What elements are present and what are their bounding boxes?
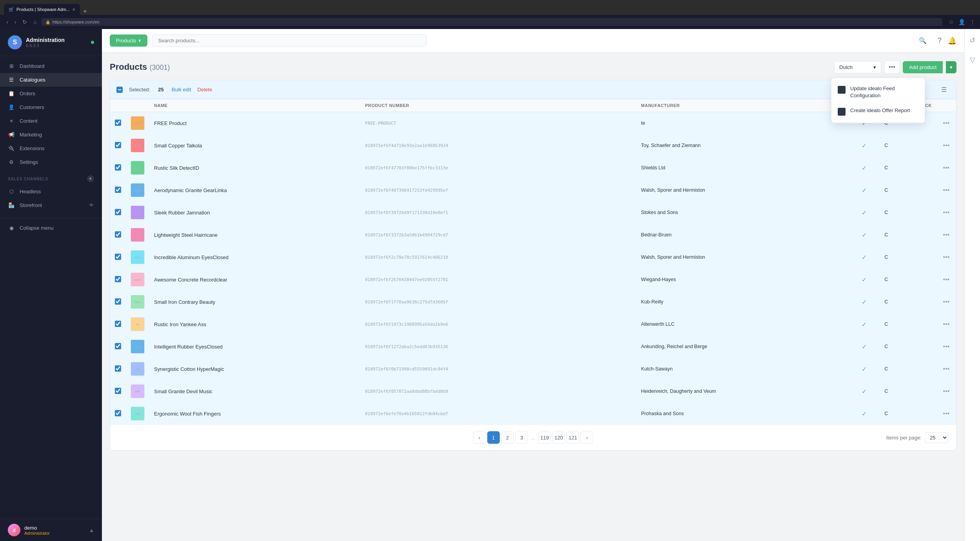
row-checkbox[interactable] bbox=[115, 388, 121, 394]
row-checkbox[interactable] bbox=[115, 142, 121, 148]
next-page-button[interactable]: › bbox=[581, 431, 593, 444]
sidebar-item-catalogues[interactable]: ☰ Catalogues bbox=[0, 73, 102, 87]
row-checkbox[interactable] bbox=[115, 187, 121, 193]
delete-button[interactable]: Delete bbox=[198, 87, 212, 93]
add-product-button[interactable]: Add product bbox=[903, 61, 943, 73]
row-checkbox[interactable] bbox=[115, 164, 121, 171]
sidebar-item-marketing[interactable]: 📢 Marketing bbox=[0, 128, 102, 142]
notifications-icon[interactable]: 🔔 bbox=[948, 36, 956, 45]
products-dropdown-button[interactable]: Products ▾ bbox=[110, 34, 147, 47]
language-selector[interactable]: Dutch ▾ bbox=[834, 61, 881, 73]
row-thumbnail-cell: rati bbox=[126, 358, 149, 380]
dropdown-item-update-idealo[interactable]: Update idealo Feed Configuration bbox=[831, 81, 925, 103]
back-button[interactable]: ‹ bbox=[5, 17, 10, 27]
page-119-button[interactable]: 119 bbox=[538, 431, 551, 444]
add-product-arrow-button[interactable]: ▾ bbox=[946, 61, 956, 73]
collapse-menu-button[interactable]: ◉ Collapse menu bbox=[0, 218, 102, 235]
th-manufacturer[interactable]: Manufacturer bbox=[636, 99, 848, 112]
row-checkbox[interactable] bbox=[115, 365, 121, 372]
column-settings-icon[interactable]: ☰ bbox=[938, 84, 950, 95]
sidebar-item-customers[interactable]: 👤 Customers bbox=[0, 100, 102, 114]
page-121-button[interactable]: 121 bbox=[566, 431, 579, 444]
row-actions-cell: ••• bbox=[936, 336, 956, 358]
row-more-actions[interactable]: ••• bbox=[943, 388, 950, 394]
row-checkbox[interactable] bbox=[115, 276, 121, 282]
row-more-actions[interactable]: ••• bbox=[943, 120, 950, 126]
sidebar-item-headless[interactable]: ⬡ Headless bbox=[0, 185, 102, 198]
row-checkbox[interactable] bbox=[115, 254, 121, 260]
search-icon[interactable]: 🔍 bbox=[919, 37, 927, 44]
active-checkmark: ✓ bbox=[862, 388, 867, 395]
search-input[interactable] bbox=[152, 34, 426, 47]
row-more-actions[interactable]: ••• bbox=[943, 142, 950, 149]
row-more-actions[interactable]: ••• bbox=[943, 209, 950, 216]
row-more-actions[interactable]: ••• bbox=[943, 343, 950, 350]
storefront-visibility-icon[interactable]: 👁 bbox=[89, 202, 94, 208]
row-more-actions[interactable]: ••• bbox=[943, 276, 950, 283]
more-options-button[interactable]: ••• bbox=[884, 60, 900, 74]
product-name: FREE Product bbox=[154, 120, 187, 126]
tab-close-icon[interactable]: ✕ bbox=[72, 7, 75, 12]
page-1-button[interactable]: 1 bbox=[487, 431, 500, 444]
row-checkbox[interactable] bbox=[115, 209, 121, 215]
row-thumbnail-cell: shop bbox=[126, 336, 149, 358]
bulk-edit-button[interactable]: Bulk edit bbox=[172, 87, 191, 93]
lock-icon: 🔒 bbox=[45, 20, 50, 24]
row-name-cell: Sleek Rubber Jamnation bbox=[149, 202, 360, 224]
user-profile[interactable]: d demo Administrator ▲ bbox=[0, 519, 102, 541]
dropdown-item-create-idealo[interactable]: Create idealo Offer Report bbox=[831, 103, 925, 120]
per-page-select[interactable]: 25 50 100 bbox=[925, 432, 948, 443]
row-stock-cell bbox=[911, 246, 936, 269]
user-menu-chevron: ▲ bbox=[89, 527, 94, 533]
row-more-actions[interactable]: ••• bbox=[943, 254, 950, 260]
row-more-actions[interactable]: ••• bbox=[943, 410, 950, 417]
row-checkbox[interactable] bbox=[115, 298, 121, 305]
row-more-actions[interactable]: ••• bbox=[943, 365, 950, 372]
refresh-icon[interactable]: ↺ bbox=[967, 34, 978, 47]
sidebar-item-dashboard[interactable]: ⊞ Dashboard bbox=[0, 59, 102, 73]
help-icon[interactable]: ? bbox=[938, 36, 942, 45]
sidebar-item-content[interactable]: ≡ Content bbox=[0, 114, 102, 128]
row-name-cell: Lightweight Steel Hairricane bbox=[149, 224, 360, 246]
row-more-actions[interactable]: ••• bbox=[943, 187, 950, 193]
row-actions-cell: ••• bbox=[936, 157, 956, 179]
row-more-actions[interactable]: ••• bbox=[943, 298, 950, 305]
sidebar-item-storefront[interactable]: 🏪 Storefront 👁 bbox=[0, 198, 102, 212]
sidebar-item-orders[interactable]: 📋 Orders bbox=[0, 87, 102, 100]
profile-icon[interactable]: 👤 bbox=[958, 19, 965, 25]
row-manufacturer-cell: Ankunding, Reichel and Berge bbox=[636, 336, 848, 358]
active-checkmark: ✓ bbox=[862, 142, 867, 149]
row-number-cell: 018972ef6f4d710e93e2aa1b96053924 bbox=[360, 134, 636, 157]
prev-page-button[interactable]: ‹ bbox=[473, 431, 486, 444]
row-checkbox[interactable] bbox=[115, 410, 121, 416]
address-bar[interactable]: 🔒 https://shopware.com/en bbox=[42, 18, 942, 26]
row-more-actions[interactable]: ••• bbox=[943, 164, 950, 171]
product-thumbnail: rati bbox=[131, 362, 145, 376]
marketing-label: Marketing bbox=[20, 132, 42, 138]
page-2-button[interactable]: 2 bbox=[501, 431, 514, 444]
row-more-actions[interactable]: ••• bbox=[943, 231, 950, 238]
sidebar-item-extensions[interactable]: 🔌 Extensions bbox=[0, 142, 102, 155]
product-thumbnail: minu bbox=[131, 295, 145, 309]
th-product-number[interactable]: Product number bbox=[360, 99, 636, 112]
new-tab-button[interactable]: + bbox=[80, 8, 90, 15]
row-checkbox[interactable] bbox=[115, 343, 121, 349]
bookmark-icon[interactable]: ☆ bbox=[949, 19, 954, 25]
active-tab[interactable]: 🛒 Products | Shopware Adm... ✕ bbox=[4, 4, 80, 15]
row-checkbox[interactable] bbox=[115, 321, 121, 327]
th-name[interactable]: Name bbox=[149, 99, 360, 112]
page-3-button[interactable]: 3 bbox=[515, 431, 528, 444]
filter-icon[interactable]: ▽ bbox=[967, 53, 978, 67]
sidebar-item-settings[interactable]: ⚙ Settings bbox=[0, 155, 102, 169]
home-button[interactable]: ⌂ bbox=[32, 17, 38, 27]
add-sales-channel-button[interactable]: + bbox=[87, 175, 94, 182]
row-more-actions[interactable]: ••• bbox=[943, 321, 950, 327]
row-checkbox[interactable] bbox=[115, 120, 121, 126]
row-checkbox[interactable] bbox=[115, 231, 121, 238]
select-all-checkbox[interactable] bbox=[116, 87, 123, 93]
refresh-button[interactable]: ↻ bbox=[21, 17, 29, 27]
row-active-cell: ✓ bbox=[848, 380, 880, 403]
more-options-icon[interactable]: ⋮ bbox=[970, 19, 975, 25]
page-120-button[interactable]: 120 bbox=[552, 431, 565, 444]
forward-button[interactable]: › bbox=[13, 17, 18, 27]
